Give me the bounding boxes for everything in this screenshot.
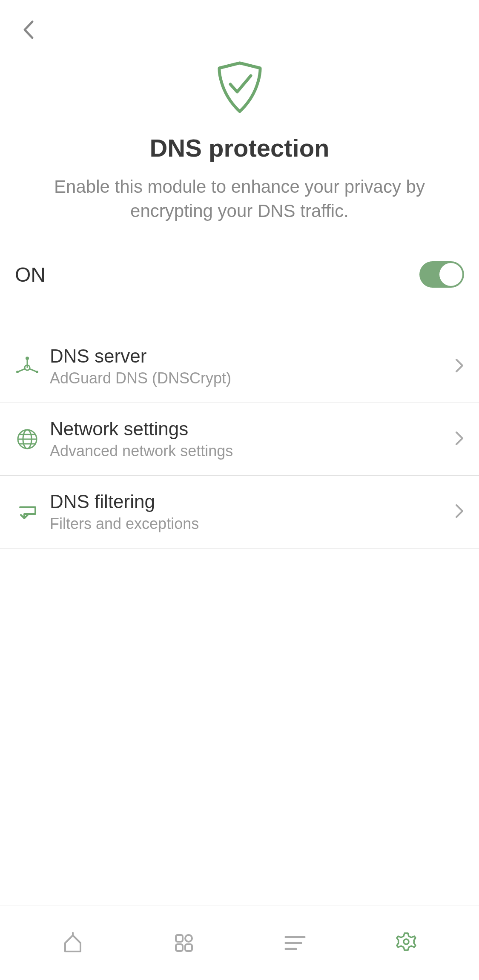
- svg-point-13: [185, 935, 192, 942]
- globe-icon: [15, 429, 40, 450]
- list-icon: [284, 934, 306, 951]
- list-item-dns-server[interactable]: DNS server AdGuard DNS (DNSCrypt): [0, 330, 479, 403]
- nav-list[interactable]: [282, 930, 308, 956]
- toggle-label: ON: [15, 263, 46, 286]
- list-item-title: DNS server: [50, 346, 455, 367]
- toggle-knob: [439, 263, 462, 286]
- svg-rect-15: [185, 944, 192, 951]
- list-content: DNS server AdGuard DNS (DNSCrypt): [50, 346, 455, 387]
- nav-home[interactable]: [60, 930, 86, 956]
- svg-point-0: [26, 357, 29, 360]
- bottom-navigation: [0, 906, 479, 980]
- list-item-title: DNS filtering: [50, 491, 455, 512]
- chevron-right-icon: [455, 431, 464, 448]
- list-item-dns-filtering[interactable]: DNS filtering Filters and exceptions: [0, 476, 479, 549]
- grid-icon: [173, 932, 195, 954]
- nav-settings[interactable]: [393, 930, 419, 956]
- gear-icon: [395, 931, 418, 954]
- svg-point-19: [404, 939, 409, 944]
- svg-rect-14: [176, 944, 183, 951]
- svg-point-5: [16, 371, 19, 373]
- list-item-subtitle: AdGuard DNS (DNSCrypt): [50, 369, 455, 387]
- main-toggle[interactable]: [419, 261, 464, 288]
- back-button[interactable]: [20, 21, 37, 38]
- header: [0, 0, 479, 47]
- chevron-left-icon: [22, 20, 34, 40]
- main-toggle-row: ON: [0, 249, 479, 330]
- filter-arrow-icon: [15, 501, 40, 523]
- shield-check-icon: [214, 60, 265, 117]
- list-content: DNS filtering Filters and exceptions: [50, 491, 455, 533]
- chevron-right-icon: [455, 503, 464, 520]
- list-item-subtitle: Advanced network settings: [50, 442, 455, 460]
- svg-point-6: [36, 371, 38, 373]
- hero-section: DNS protection Enable this module to enh…: [0, 47, 479, 249]
- list-item-subtitle: Filters and exceptions: [50, 515, 455, 533]
- nav-apps[interactable]: [171, 930, 197, 956]
- page-subtitle: Enable this module to enhance your priva…: [17, 175, 462, 223]
- list-item-network-settings[interactable]: Network settings Advanced network settin…: [0, 403, 479, 476]
- page-title: DNS protection: [17, 134, 462, 162]
- svg-rect-12: [176, 935, 183, 942]
- list-item-title: Network settings: [50, 418, 455, 440]
- network-node-icon: [15, 355, 40, 378]
- home-icon: [62, 932, 84, 954]
- chevron-right-icon: [455, 358, 464, 375]
- list-content: Network settings Advanced network settin…: [50, 418, 455, 460]
